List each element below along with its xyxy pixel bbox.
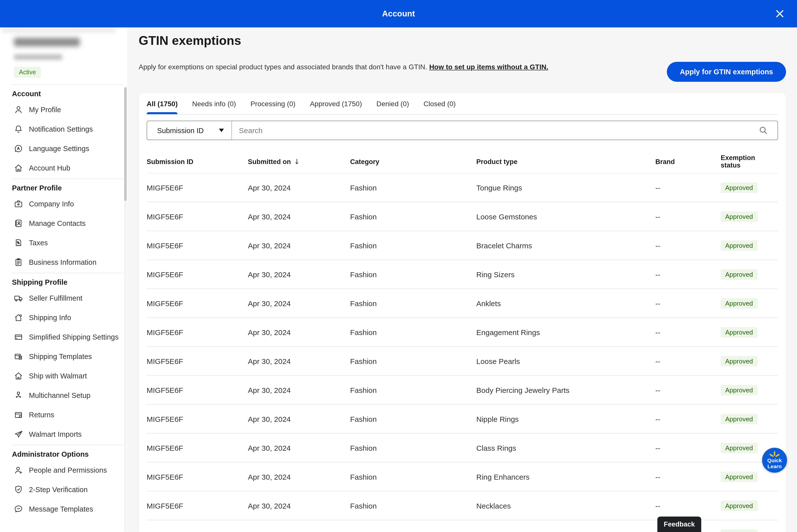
table-row[interactable]: MIGF5E6FApr 30, 2024FashionTongue Rings-… — [147, 173, 778, 203]
sidebar-item-label: Returns — [29, 411, 54, 419]
submitted-on-cell: Apr 30, 2024 — [248, 415, 350, 423]
person-plus-icon — [14, 465, 23, 475]
status-badge: Approved — [721, 385, 757, 395]
plane-icon — [14, 429, 23, 439]
sidebar-item-label: Shipping Info — [29, 314, 71, 321]
sort-descending-icon: ↓ — [294, 157, 300, 166]
table-row[interactable]: MIGF5E6FApr 30, 2024FashionBody Piercing… — [147, 376, 778, 405]
column-header-product-type: Product type — [476, 158, 656, 165]
status-badge: Approved — [721, 240, 757, 250]
tab-all-1750[interactable]: All (1750) — [147, 93, 178, 114]
sidebar-item-shipping-info[interactable]: Shipping Info — [0, 308, 127, 327]
table-row[interactable]: MIGF5E6FApr 30, 2024FashionClass Rings--… — [147, 434, 778, 463]
nav-section-header-account: Account — [0, 86, 127, 100]
table-row[interactable]: MIGF5E6FApr 30, 2024FashionAnklets--Appr… — [147, 289, 778, 318]
table-row[interactable]: MIGF5E6FApr 30, 2024FashionRing Enhancer… — [147, 463, 778, 492]
quick-learn-line1: Quick — [767, 458, 782, 463]
close-icon[interactable] — [775, 8, 785, 19]
sidebar-item-label: Business Information — [29, 258, 96, 266]
sidebar-item-multichannel-setup[interactable]: Multichannel Setup — [0, 385, 127, 405]
sidebar-item-2-step-verification[interactable]: 2-Step Verification — [0, 480, 127, 499]
tab-closed-0[interactable]: Closed (0) — [423, 93, 456, 114]
product-type-cell: Anklets — [476, 299, 656, 307]
submitted-on-cell: Apr 30, 2024 — [248, 386, 350, 394]
sidebar-item-returns[interactable]: Returns — [0, 405, 127, 424]
brand-cell: -- — [656, 415, 721, 423]
brand-cell: -- — [656, 386, 721, 394]
product-type-cell: Body Piercing Jewelry Parts — [476, 386, 656, 394]
seller-name-redacted — [14, 38, 80, 46]
submission-id-cell: MIGF5E6F — [147, 501, 248, 510]
status-badge: Approved — [721, 327, 757, 337]
sidebar-item-simplified-shipping-settings[interactable]: Simplified Shipping Settings — [0, 327, 127, 346]
sidebar-item-label: Simplified Shipping Settings — [29, 333, 119, 341]
sidebar-item-label: Shipping Templates — [29, 352, 92, 360]
submission-id-cell: MIGF5E6F — [147, 328, 248, 336]
table-row[interactable]: MIGF5E6FApr 30, 2024FashionNecklaces--Ap… — [147, 492, 778, 520]
sidebar-item-shipping-templates[interactable]: Shipping Templates — [0, 346, 127, 366]
sidebar-item-notification-settings[interactable]: Notification Settings — [0, 119, 127, 139]
table-row[interactable]: MIGF5E6FApr 30, 2024FashionLoose Gemston… — [147, 203, 778, 231]
sidebar-item-people-and-permissions[interactable]: People and Permissions — [0, 460, 127, 480]
sidebar-item-label: Language Settings — [29, 144, 89, 152]
table-row[interactable]: MIGF5E6FApr 30, 2024FashionBracelet Char… — [147, 231, 778, 260]
table-row[interactable]: MIGF5E6FApr 30, 2024FashionLoose Pearls-… — [147, 347, 778, 376]
category-cell: Fashion — [350, 357, 476, 365]
status-badge: Approved — [721, 298, 757, 308]
submission-id-cell: MIGF5E6F — [147, 212, 248, 221]
product-type-cell: Nipple Rings — [476, 415, 656, 423]
how-to-link[interactable]: How to set up items without a GTIN. — [429, 63, 548, 71]
submitted-on-cell: Apr 30, 2024 — [248, 472, 350, 481]
sidebar-item-message-templates[interactable]: Message Templates — [0, 499, 127, 518]
sidebar-item-label: Message Templates — [29, 505, 93, 513]
product-type-cell: Engagement Rings — [476, 328, 656, 336]
category-cell: Fashion — [350, 472, 476, 481]
sidebar-item-language-settings[interactable]: Language Settings — [0, 139, 127, 158]
table-row[interactable]: MIGF5E6FApr 30, 2024FashionNipple Rings-… — [147, 405, 778, 434]
sidebar-item-label: Account Hub — [29, 164, 70, 172]
search-filter-dropdown[interactable]: Submission ID — [147, 121, 232, 139]
apply-gtin-exemptions-button[interactable]: Apply for GTIN exemptions — [667, 62, 786, 82]
status-cell: Approved — [721, 240, 778, 250]
column-header-submitted-on[interactable]: Submitted on↓ — [248, 157, 350, 166]
submitted-on-cell: Apr 30, 2024 — [248, 501, 350, 510]
status-badge: Approved — [721, 211, 757, 222]
sidebar-item-account-hub[interactable]: Account Hub — [0, 158, 127, 177]
tab-approved-1750[interactable]: Approved (1750) — [310, 93, 362, 114]
sidebar-nav: AccountMy ProfileNotification SettingsLa… — [0, 86, 127, 518]
house2-icon — [14, 371, 23, 381]
quick-learn-button[interactable]: Quick Learn — [762, 448, 787, 473]
sidebar-item-my-profile[interactable]: My Profile — [0, 100, 127, 119]
table-row[interactable]: MIGF5E6FApr 30, 2024FashionRing Sizers--… — [147, 260, 778, 289]
sidebar-item-ship-with-walmart[interactable]: Ship with Walmart — [0, 366, 127, 385]
sidebar-item-company-info[interactable]: Company Info — [0, 194, 127, 213]
sidebar-item-business-information[interactable]: Business Information — [0, 252, 127, 272]
language-icon — [14, 143, 23, 153]
sidebar-item-manage-contacts[interactable]: Manage Contacts — [0, 213, 127, 233]
tab-denied-0[interactable]: Denied (0) — [377, 93, 409, 114]
sidebar-item-taxes[interactable]: Taxes — [0, 233, 127, 252]
sidebar-scrollbar[interactable] — [124, 87, 127, 201]
brand-cell: -- — [656, 357, 721, 365]
category-cell: Fashion — [350, 270, 476, 279]
search-input[interactable] — [232, 126, 758, 135]
brand-cell: -- — [656, 241, 721, 250]
product-type-cell: Necklaces — [476, 501, 656, 510]
tab-needs-info-0[interactable]: Needs info (0) — [192, 93, 236, 114]
tab-processing-0[interactable]: Processing (0) — [250, 93, 296, 114]
sidebar-item-walmart-imports[interactable]: Walmart Imports — [0, 424, 127, 444]
category-cell: Fashion — [350, 386, 476, 394]
feedback-button[interactable]: Feedback — [657, 516, 701, 532]
sidebar-item-label: 2-Step Verification — [29, 486, 88, 493]
status-cell: Approved — [721, 356, 778, 366]
box-icon — [14, 332, 23, 342]
walmart-spark-icon — [768, 451, 781, 457]
nav-section-header-shipping-profile: Shipping Profile — [0, 274, 127, 288]
table-row[interactable]: MIGF5E6FApr 30, 2024FashionEngagement Ri… — [147, 318, 778, 347]
status-badge: Approved — [721, 529, 757, 532]
category-cell: Fashion — [350, 328, 476, 336]
sidebar-item-seller-fulfillment[interactable]: Seller Fulfillment — [0, 288, 127, 308]
product-type-cell: Tongue Rings — [476, 183, 656, 192]
magnifier-icon[interactable] — [758, 125, 768, 136]
redacted-text — [2, 28, 116, 33]
